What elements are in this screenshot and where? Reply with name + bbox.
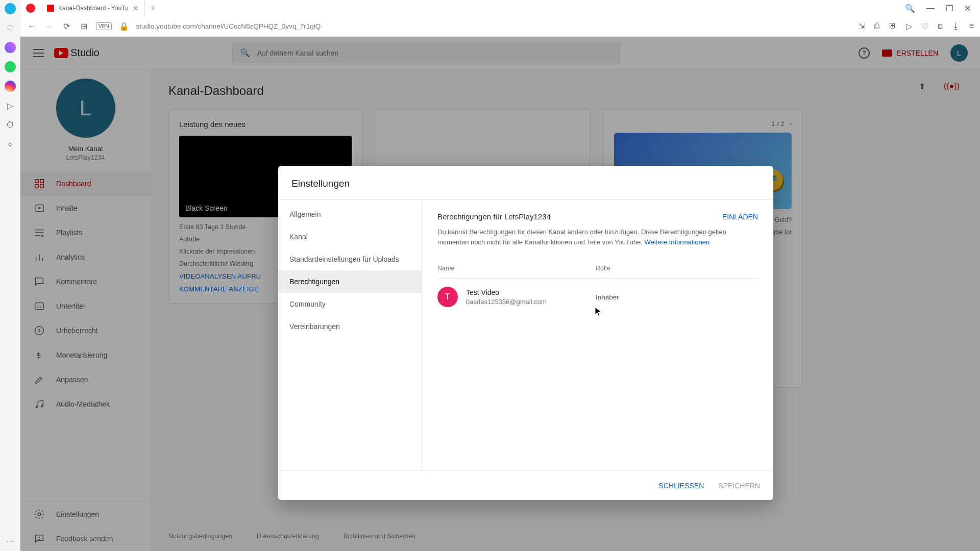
- modal-nav-upload-defaults[interactable]: Standardeinstellungen für Uploads: [278, 248, 422, 270]
- cube-icon[interactable]: ⧈: [938, 21, 943, 31]
- minimize-icon[interactable]: —: [926, 4, 935, 13]
- modal-title: Einstellungen: [278, 166, 773, 199]
- user-name: Test Video: [466, 288, 596, 296]
- invite-button[interactable]: EINLADEN: [722, 213, 758, 221]
- modal-nav-agreements[interactable]: Vereinbarungen: [278, 315, 422, 338]
- user-role: Inhaber: [596, 293, 619, 301]
- close-window-icon[interactable]: ✕: [964, 4, 971, 13]
- speed-dial-icon[interactable]: ⊞: [79, 21, 89, 31]
- more-info-link[interactable]: Weitere Informationen: [644, 238, 709, 246]
- permissions-description: Du kannst Berechtigungen für diesen Kana…: [437, 227, 728, 247]
- tab-favicon-icon: [47, 5, 54, 12]
- col-role: Rolle: [596, 265, 610, 272]
- modal-nav-community[interactable]: Community: [278, 293, 422, 315]
- user-avatar: T: [437, 287, 458, 307]
- reload-icon[interactable]: ⟳: [61, 21, 71, 31]
- player-icon[interactable]: ▷: [5, 100, 16, 111]
- lock-icon[interactable]: 🔒: [119, 21, 129, 31]
- pinboard-icon[interactable]: ✧: [5, 139, 16, 150]
- modal-nav-general[interactable]: Allgemein: [278, 203, 422, 226]
- vpn-badge[interactable]: VPN: [96, 22, 112, 30]
- permissions-heading: Berechtigungen für LetsPlay1234: [437, 212, 551, 221]
- modal-footer: SCHLIESSEN SPEICHERN: [278, 470, 773, 500]
- browser-titlebar: Kanal-Dashboard - YouTu ✕ + 🔍 — ❐ ✕: [20, 0, 980, 16]
- permissions-table: Name Rolle T Test Video basdas125356@gma…: [437, 265, 758, 315]
- maximize-icon[interactable]: ❐: [946, 4, 953, 13]
- history-icon[interactable]: ⏱: [5, 119, 16, 131]
- opera-sidebar: ♡ ▷ ⏱ ✧ ⋯: [0, 0, 20, 551]
- adblock-icon[interactable]: ⛨: [889, 21, 897, 31]
- settings-modal: Einstellungen Allgemein Kanal Standardei…: [278, 166, 773, 500]
- url-text[interactable]: studio.youtube.com/channel/UCocN6zQPHQZ_…: [136, 22, 321, 30]
- col-name: Name: [437, 265, 596, 272]
- instagram-icon[interactable]: [5, 81, 16, 92]
- opera-flow-icon[interactable]: [5, 3, 16, 14]
- download-icon[interactable]: ⭳: [952, 21, 960, 31]
- save-button[interactable]: SPEICHERN: [718, 482, 760, 490]
- heart-icon[interactable]: ♡: [921, 21, 928, 31]
- browser-tab[interactable]: Kanal-Dashboard - YouTu ✕: [41, 0, 145, 16]
- new-tab-button[interactable]: +: [145, 0, 161, 16]
- modal-content: Berechtigungen für LetsPlay1234 EINLADEN…: [422, 200, 773, 470]
- close-button[interactable]: SCHLIESSEN: [659, 482, 704, 490]
- send-to-flow-icon[interactable]: ⇲: [859, 21, 865, 31]
- address-bar: ← → ⟳ ⊞ VPN 🔒 studio.youtube.com/channel…: [20, 16, 980, 37]
- back-icon[interactable]: ←: [27, 22, 37, 31]
- app-viewport: Studio 🔍 ? ERSTELLEN L L Mein Kanal Lets…: [20, 37, 980, 551]
- tab-close-icon[interactable]: ✕: [133, 5, 138, 12]
- bookmark-heart-icon[interactable]: ♡: [5, 22, 16, 34]
- pip-icon[interactable]: ▷: [906, 21, 912, 31]
- permissions-row: T Test Video basdas125356@gmail.com Inha…: [437, 279, 758, 315]
- whatsapp-icon[interactable]: [5, 61, 16, 72]
- modal-nav: Allgemein Kanal Standardeinstellungen fü…: [278, 200, 422, 470]
- forward-icon[interactable]: →: [44, 22, 54, 31]
- modal-nav-permissions[interactable]: Berechtigungen: [278, 270, 422, 293]
- search-browser-icon[interactable]: 🔍: [905, 4, 915, 13]
- snapshot-icon[interactable]: ⎙: [874, 21, 879, 31]
- window-controls: 🔍 — ❐ ✕: [905, 0, 980, 16]
- tab-title: Kanal-Dashboard - YouTu: [58, 5, 129, 12]
- modal-nav-channel[interactable]: Kanal: [278, 226, 422, 248]
- user-email: basdas125356@gmail.com: [466, 298, 596, 306]
- opera-logo-icon[interactable]: [20, 0, 41, 16]
- messenger-icon[interactable]: [5, 42, 16, 53]
- easysetup-icon[interactable]: ≡: [969, 21, 974, 31]
- more-icon[interactable]: ⋯: [6, 536, 15, 546]
